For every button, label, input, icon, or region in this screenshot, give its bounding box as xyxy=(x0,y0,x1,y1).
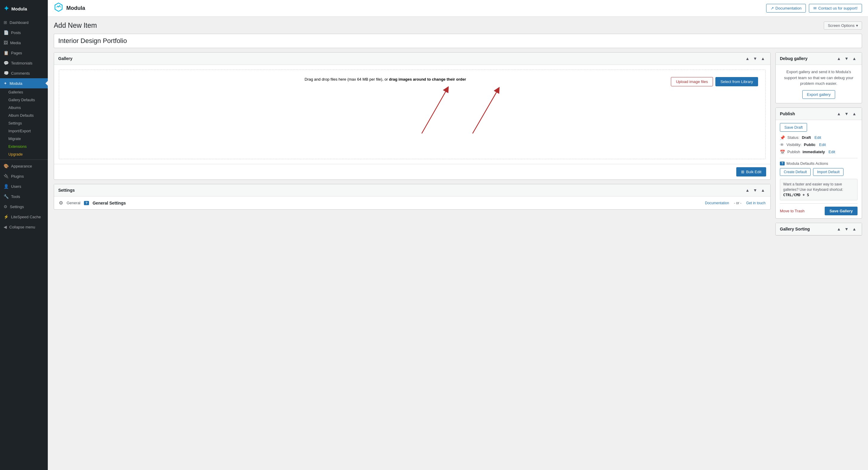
settings-panel-toggle[interactable]: ▲ xyxy=(760,187,766,193)
save-gallery-button[interactable]: Save Gallery xyxy=(825,207,858,215)
topbar-brand: Modula xyxy=(54,2,85,14)
publish-panel-collapse-up[interactable]: ▲ xyxy=(835,111,842,117)
get-in-touch-link[interactable]: Get in touch xyxy=(746,201,766,205)
sidebar-item-pages[interactable]: 📋 Pages xyxy=(0,48,48,58)
settings-general-row: ⚙ General ? General Settings Documentati… xyxy=(59,196,766,209)
sidebar-sub-migrate[interactable]: Migrate xyxy=(0,135,48,143)
publish-panel-body: Save Draft 📌 Status: Draft Edit 👁 Visibi… xyxy=(776,120,862,218)
move-to-trash-button[interactable]: Move to Trash xyxy=(780,209,804,213)
gallery-drop-area[interactable]: Drag and drop files here (max 64 MB per … xyxy=(59,70,766,159)
topbar-brand-name: Modula xyxy=(66,5,85,11)
sidebar-item-comments[interactable]: 💭 Comments xyxy=(0,68,48,78)
sidebar-sub-settings[interactable]: Settings xyxy=(0,120,48,127)
gallery-sorting-title: Gallery Sorting xyxy=(780,227,810,231)
settings-panel: Settings ▲ ▼ ▲ ⚙ General ? General Setti… xyxy=(54,184,771,210)
sidebar-sub-extensions[interactable]: Extensions xyxy=(0,143,48,151)
visibility-edit-link[interactable]: Edit xyxy=(819,143,826,147)
sidebar-item-label: Pages xyxy=(11,51,22,55)
publish-panel-toggle[interactable]: ▲ xyxy=(851,111,858,117)
gallery-sorting-panel-header: Gallery Sorting ▲ ▼ ▲ xyxy=(776,223,862,235)
status-icon: 📌 xyxy=(780,135,785,140)
sidebar-item-modula[interactable]: ✦ Modula xyxy=(0,78,48,88)
sidebar-item-posts[interactable]: 📄 Posts xyxy=(0,28,48,38)
publish-panel-collapse-down[interactable]: ▼ xyxy=(843,111,850,117)
media-icon: 🖼 xyxy=(4,40,8,45)
publish-panel: Publish ▲ ▼ ▲ Save Draft 📌 Status: xyxy=(775,107,862,219)
settings-panel-collapse-up[interactable]: ▲ xyxy=(744,187,751,193)
sidebar-item-settings[interactable]: ⚙ Settings xyxy=(0,201,48,212)
sidebar-item-plugins[interactable]: 🔌 Plugins xyxy=(0,171,48,181)
status-edit-link[interactable]: Edit xyxy=(814,135,821,140)
publish-status-row: 📌 Status: Draft Edit xyxy=(780,135,858,140)
page-content: Add New Item Screen Options ▾ Gallery ▲ … xyxy=(48,17,868,470)
sidebar-item-media[interactable]: 🖼 Media xyxy=(0,38,48,48)
sidebar-item-collapse[interactable]: ◀ Collapse menu xyxy=(0,222,48,232)
debug-panel-collapse-up[interactable]: ▲ xyxy=(835,56,842,62)
debug-panel-collapse-down[interactable]: ▼ xyxy=(843,56,850,62)
debug-panel-toggle[interactable]: ▲ xyxy=(851,56,858,62)
sidebar: ✦ Modula ⊞ Dashboard 📄 Posts 🖼 Media 📋 P… xyxy=(0,0,48,470)
publish-meta: 📌 Status: Draft Edit 👁 Visibility: Publi… xyxy=(780,135,858,154)
sidebar-sub-albums[interactable]: Albums xyxy=(0,104,48,112)
publish-label: Publish xyxy=(787,150,800,154)
debug-panel-header: Debug gallery ▲ ▼ ▲ xyxy=(776,53,862,65)
settings-icon: ⚙ xyxy=(4,204,7,209)
gallery-panel-collapse-down[interactable]: ▼ xyxy=(752,56,758,62)
sidebar-item-litespeed[interactable]: ⚡ LiteSpeed Cache xyxy=(0,212,48,222)
sorting-panel-collapse-up[interactable]: ▲ xyxy=(835,226,842,232)
import-default-button[interactable]: Import Default xyxy=(813,168,843,176)
settings-panel-collapse-down[interactable]: ▼ xyxy=(752,187,758,193)
general-label: General xyxy=(67,201,80,205)
publish-panel-title: Publish xyxy=(780,112,795,116)
sidebar-item-label: Settings xyxy=(10,205,24,209)
upload-image-files-button[interactable]: Upload image files xyxy=(671,77,713,86)
gallery-panel: Gallery ▲ ▼ ▲ Drag and drop files here (… xyxy=(54,52,771,180)
visibility-label: Visibility: xyxy=(786,143,801,147)
main-column: Gallery ▲ ▼ ▲ Drag and drop files here (… xyxy=(54,52,771,210)
documentation-button[interactable]: ↗ Documentation xyxy=(766,4,806,12)
sidebar-item-label: Testimonials xyxy=(11,61,33,65)
modula-defaults-section: ? Modula Defaults Actions Create Default… xyxy=(780,158,858,176)
sidebar-item-label: Collapse menu xyxy=(9,225,35,229)
create-default-button[interactable]: Create Default xyxy=(780,168,811,176)
gallery-panel-toggle[interactable]: ▲ xyxy=(760,56,766,62)
sidebar-item-dashboard[interactable]: ⊞ Dashboard xyxy=(0,17,48,28)
sidebar-item-label: LiteSpeed Cache xyxy=(11,215,41,219)
gallery-title-input[interactable] xyxy=(54,34,862,48)
sidebar-sub-upgrade[interactable]: Upgrade xyxy=(0,151,48,158)
documentation-link[interactable]: Documentation xyxy=(705,201,729,205)
contact-support-button[interactable]: ✉ Contact us for support! xyxy=(809,4,862,12)
testimonials-icon: 💬 xyxy=(4,61,9,65)
gallery-panel-collapse-up[interactable]: ▲ xyxy=(744,56,751,62)
settings-panel-body: ⚙ General ? General Settings Documentati… xyxy=(54,196,770,209)
sidebar-sub-import-export[interactable]: Import/Export xyxy=(0,127,48,135)
export-gallery-button[interactable]: Export gallery xyxy=(802,90,835,99)
sidebar-item-label: Users xyxy=(11,184,21,189)
posts-icon: 📄 xyxy=(4,30,9,35)
publish-panel-header: Publish ▲ ▼ ▲ xyxy=(776,108,862,120)
sorting-panel-toggle[interactable]: ▲ xyxy=(851,226,858,232)
save-draft-button[interactable]: Save Draft xyxy=(780,123,807,132)
litespeed-icon: ⚡ xyxy=(4,214,9,219)
publish-edit-link[interactable]: Edit xyxy=(829,150,835,154)
sidebar-item-users[interactable]: 👤 Users xyxy=(0,181,48,191)
sidebar-item-appearance[interactable]: 🎨 Appearance xyxy=(0,161,48,171)
gallery-sorting-controls: ▲ ▼ ▲ xyxy=(835,226,858,232)
gallery-drop-text: Drag and drop files here (max 64 MB per … xyxy=(65,77,706,82)
sidebar-item-tools[interactable]: 🔧 Tools xyxy=(0,191,48,201)
select-from-library-button[interactable]: Select from Library xyxy=(715,77,758,86)
screen-options-button[interactable]: Screen Options ▾ xyxy=(824,22,862,30)
page-header-row: Add New Item Screen Options ▾ xyxy=(54,22,862,30)
settings-separator: - or - xyxy=(734,201,741,205)
publish-panel-controls: ▲ ▼ ▲ xyxy=(835,111,858,117)
sidebar-sub-gallery-defaults[interactable]: Gallery Defaults xyxy=(0,96,48,104)
sidebar-brand: ✦ Modula xyxy=(0,0,48,17)
sidebar-sub-album-defaults[interactable]: Album Defaults xyxy=(0,112,48,120)
comments-icon: 💭 xyxy=(4,71,9,75)
bulk-edit-button[interactable]: ⊞ Bulk Edit xyxy=(736,167,766,177)
svg-line-1 xyxy=(472,90,498,133)
sidebar-item-testimonials[interactable]: 💬 Testimonials xyxy=(0,58,48,68)
sidebar-sub-galleries[interactable]: Galleries xyxy=(0,88,48,96)
sidebar-divider xyxy=(0,159,48,160)
sorting-panel-collapse-down[interactable]: ▼ xyxy=(843,226,850,232)
